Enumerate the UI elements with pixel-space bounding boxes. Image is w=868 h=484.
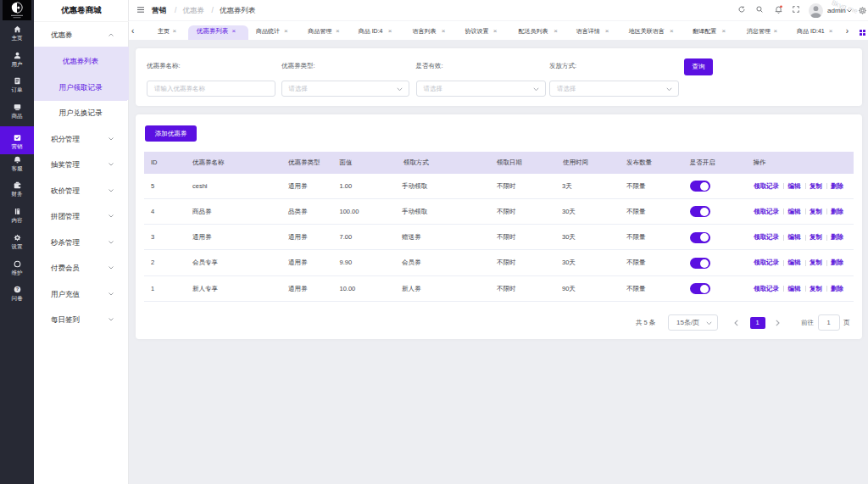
svg-text:?: ? [15,287,19,292]
